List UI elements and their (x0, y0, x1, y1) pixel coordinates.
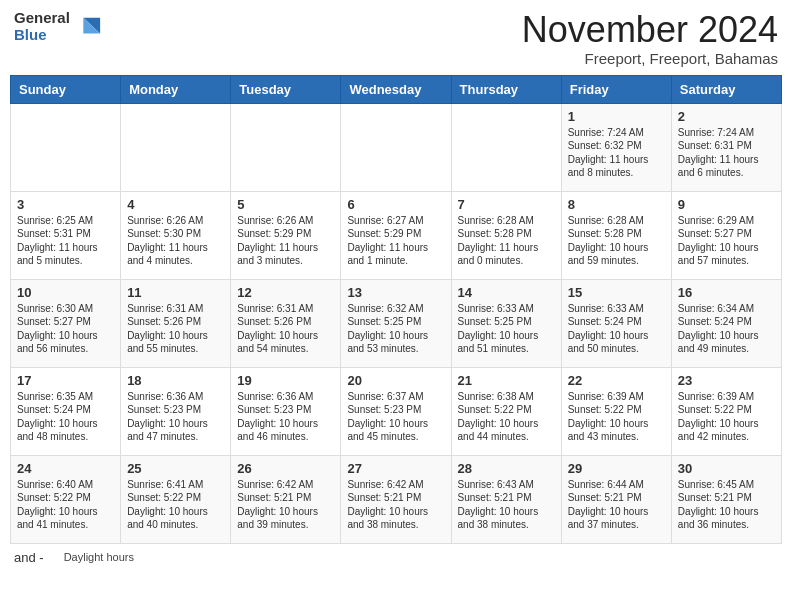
day-number: 7 (458, 197, 555, 212)
day-number: 4 (127, 197, 224, 212)
weekday-header-thursday: Thursday (451, 75, 561, 103)
day-info: Sunrise: 7:24 AM Sunset: 6:32 PM Dayligh… (568, 126, 665, 180)
week-row-5: 24Sunrise: 6:40 AM Sunset: 5:22 PM Dayli… (11, 455, 782, 543)
calendar-cell (11, 103, 121, 191)
day-number: 17 (17, 373, 114, 388)
day-info: Sunrise: 6:27 AM Sunset: 5:29 PM Dayligh… (347, 214, 444, 268)
day-info: Sunrise: 6:43 AM Sunset: 5:21 PM Dayligh… (458, 478, 555, 532)
day-number: 15 (568, 285, 665, 300)
day-number: 1 (568, 109, 665, 124)
day-info: Sunrise: 6:38 AM Sunset: 5:22 PM Dayligh… (458, 390, 555, 444)
calendar-header: General Blue November 2024 Freeport, Fre… (10, 10, 782, 67)
logo: General Blue (14, 10, 102, 43)
day-number: 21 (458, 373, 555, 388)
calendar-cell: 21Sunrise: 6:38 AM Sunset: 5:22 PM Dayli… (451, 367, 561, 455)
calendar-cell: 8Sunrise: 6:28 AM Sunset: 5:28 PM Daylig… (561, 191, 671, 279)
logo-text: General Blue (14, 10, 70, 43)
day-number: 14 (458, 285, 555, 300)
day-info: Sunrise: 6:28 AM Sunset: 5:28 PM Dayligh… (458, 214, 555, 268)
legend-daylight-label: Daylight hours (64, 551, 134, 563)
day-number: 2 (678, 109, 775, 124)
day-info: Sunrise: 6:36 AM Sunset: 5:23 PM Dayligh… (237, 390, 334, 444)
day-number: 11 (127, 285, 224, 300)
calendar-cell: 29Sunrise: 6:44 AM Sunset: 5:21 PM Dayli… (561, 455, 671, 543)
day-info: Sunrise: 6:25 AM Sunset: 5:31 PM Dayligh… (17, 214, 114, 268)
calendar-cell (121, 103, 231, 191)
day-info: Sunrise: 6:29 AM Sunset: 5:27 PM Dayligh… (678, 214, 775, 268)
calendar-cell: 30Sunrise: 6:45 AM Sunset: 5:21 PM Dayli… (671, 455, 781, 543)
calendar-cell: 16Sunrise: 6:34 AM Sunset: 5:24 PM Dayli… (671, 279, 781, 367)
calendar-cell: 13Sunrise: 6:32 AM Sunset: 5:25 PM Dayli… (341, 279, 451, 367)
logo-line2: Blue (14, 27, 70, 44)
weekday-header-row: SundayMondayTuesdayWednesdayThursdayFrid… (11, 75, 782, 103)
day-number: 12 (237, 285, 334, 300)
calendar-cell: 20Sunrise: 6:37 AM Sunset: 5:23 PM Dayli… (341, 367, 451, 455)
day-info: Sunrise: 6:33 AM Sunset: 5:24 PM Dayligh… (568, 302, 665, 356)
day-info: Sunrise: 6:39 AM Sunset: 5:22 PM Dayligh… (678, 390, 775, 444)
calendar-cell: 22Sunrise: 6:39 AM Sunset: 5:22 PM Dayli… (561, 367, 671, 455)
calendar-cell: 18Sunrise: 6:36 AM Sunset: 5:23 PM Dayli… (121, 367, 231, 455)
day-number: 23 (678, 373, 775, 388)
day-number: 27 (347, 461, 444, 476)
day-info: Sunrise: 6:35 AM Sunset: 5:24 PM Dayligh… (17, 390, 114, 444)
calendar-cell: 25Sunrise: 6:41 AM Sunset: 5:22 PM Dayli… (121, 455, 231, 543)
weekday-header-monday: Monday (121, 75, 231, 103)
day-number: 10 (17, 285, 114, 300)
weekday-header-sunday: Sunday (11, 75, 121, 103)
day-number: 13 (347, 285, 444, 300)
weekday-header-tuesday: Tuesday (231, 75, 341, 103)
calendar-cell: 4Sunrise: 6:26 AM Sunset: 5:30 PM Daylig… (121, 191, 231, 279)
day-number: 6 (347, 197, 444, 212)
calendar-cell (451, 103, 561, 191)
calendar-cell: 3Sunrise: 6:25 AM Sunset: 5:31 PM Daylig… (11, 191, 121, 279)
day-number: 20 (347, 373, 444, 388)
title-area: November 2024 Freeport, Freeport, Bahama… (522, 10, 778, 67)
day-number: 29 (568, 461, 665, 476)
day-number: 26 (237, 461, 334, 476)
day-info: Sunrise: 6:34 AM Sunset: 5:24 PM Dayligh… (678, 302, 775, 356)
calendar-cell: 5Sunrise: 6:26 AM Sunset: 5:29 PM Daylig… (231, 191, 341, 279)
day-info: Sunrise: 6:42 AM Sunset: 5:21 PM Dayligh… (347, 478, 444, 532)
day-info: Sunrise: 7:24 AM Sunset: 6:31 PM Dayligh… (678, 126, 775, 180)
day-number: 9 (678, 197, 775, 212)
legend-and-dash: and - (14, 550, 44, 565)
day-number: 28 (458, 461, 555, 476)
week-row-4: 17Sunrise: 6:35 AM Sunset: 5:24 PM Dayli… (11, 367, 782, 455)
day-number: 5 (237, 197, 334, 212)
calendar-cell: 9Sunrise: 6:29 AM Sunset: 5:27 PM Daylig… (671, 191, 781, 279)
day-info: Sunrise: 6:31 AM Sunset: 5:26 PM Dayligh… (127, 302, 224, 356)
weekday-header-wednesday: Wednesday (341, 75, 451, 103)
calendar-cell: 14Sunrise: 6:33 AM Sunset: 5:25 PM Dayli… (451, 279, 561, 367)
calendar-cell: 2Sunrise: 7:24 AM Sunset: 6:31 PM Daylig… (671, 103, 781, 191)
calendar-cell: 10Sunrise: 6:30 AM Sunset: 5:27 PM Dayli… (11, 279, 121, 367)
day-number: 18 (127, 373, 224, 388)
calendar-cell: 11Sunrise: 6:31 AM Sunset: 5:26 PM Dayli… (121, 279, 231, 367)
legend-daylight: Daylight hours (64, 551, 134, 563)
logo-icon (74, 13, 102, 41)
day-info: Sunrise: 6:41 AM Sunset: 5:22 PM Dayligh… (127, 478, 224, 532)
logo-line1: General (14, 10, 70, 27)
calendar-cell: 24Sunrise: 6:40 AM Sunset: 5:22 PM Dayli… (11, 455, 121, 543)
calendar-cell: 1Sunrise: 7:24 AM Sunset: 6:32 PM Daylig… (561, 103, 671, 191)
calendar-cell: 28Sunrise: 6:43 AM Sunset: 5:21 PM Dayli… (451, 455, 561, 543)
day-info: Sunrise: 6:33 AM Sunset: 5:25 PM Dayligh… (458, 302, 555, 356)
day-info: Sunrise: 6:37 AM Sunset: 5:23 PM Dayligh… (347, 390, 444, 444)
day-info: Sunrise: 6:45 AM Sunset: 5:21 PM Dayligh… (678, 478, 775, 532)
day-info: Sunrise: 6:32 AM Sunset: 5:25 PM Dayligh… (347, 302, 444, 356)
day-info: Sunrise: 6:26 AM Sunset: 5:30 PM Dayligh… (127, 214, 224, 268)
day-info: Sunrise: 6:39 AM Sunset: 5:22 PM Dayligh… (568, 390, 665, 444)
week-row-1: 1Sunrise: 7:24 AM Sunset: 6:32 PM Daylig… (11, 103, 782, 191)
calendar-cell (231, 103, 341, 191)
location-subtitle: Freeport, Freeport, Bahamas (522, 50, 778, 67)
calendar-cell: 19Sunrise: 6:36 AM Sunset: 5:23 PM Dayli… (231, 367, 341, 455)
calendar-cell: 27Sunrise: 6:42 AM Sunset: 5:21 PM Dayli… (341, 455, 451, 543)
day-number: 16 (678, 285, 775, 300)
day-number: 30 (678, 461, 775, 476)
day-info: Sunrise: 6:44 AM Sunset: 5:21 PM Dayligh… (568, 478, 665, 532)
day-info: Sunrise: 6:31 AM Sunset: 5:26 PM Dayligh… (237, 302, 334, 356)
day-info: Sunrise: 6:36 AM Sunset: 5:23 PM Dayligh… (127, 390, 224, 444)
weekday-header-saturday: Saturday (671, 75, 781, 103)
day-number: 3 (17, 197, 114, 212)
calendar-cell: 17Sunrise: 6:35 AM Sunset: 5:24 PM Dayli… (11, 367, 121, 455)
day-number: 19 (237, 373, 334, 388)
